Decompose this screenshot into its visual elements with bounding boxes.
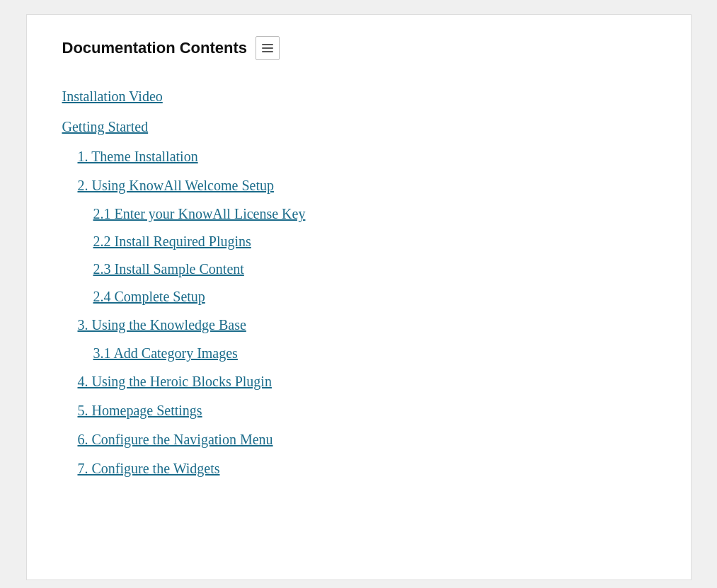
- doc-header: Documentation Contents: [62, 36, 655, 60]
- nav-link-8[interactable]: 3. Using the Knowledge Base: [62, 311, 655, 340]
- list-item: Installation Video: [62, 81, 655, 112]
- doc-container: Documentation Contents Installation Vide…: [26, 14, 692, 580]
- nav-list: Installation VideoGetting Started1. Them…: [62, 81, 655, 483]
- nav-link-13[interactable]: 7. Configure the Widgets: [62, 454, 655, 483]
- list-item: 1. Theme Installation: [62, 142, 655, 171]
- list-item: 6. Configure the Navigation Menu: [62, 425, 655, 454]
- nav-link-11[interactable]: 5. Homepage Settings: [62, 396, 655, 425]
- nav-link-5[interactable]: 2.2 Install Required Plugins: [62, 228, 655, 255]
- list-item: 2.1 Enter your KnowAll License Key: [62, 200, 655, 228]
- toc-icon-line1: [262, 44, 273, 45]
- nav-link-4[interactable]: 2.1 Enter your KnowAll License Key: [62, 200, 655, 228]
- list-item: 2.4 Complete Setup: [62, 283, 655, 311]
- list-item: 4. Using the Heroic Blocks Plugin: [62, 367, 655, 396]
- list-item: 3. Using the Knowledge Base: [62, 311, 655, 340]
- nav-link-7[interactable]: 2.4 Complete Setup: [62, 283, 655, 311]
- list-item: 2.3 Install Sample Content: [62, 255, 655, 283]
- nav-link-6[interactable]: 2.3 Install Sample Content: [62, 255, 655, 283]
- list-item: 3.1 Add Category Images: [62, 340, 655, 367]
- toc-button[interactable]: [256, 36, 280, 60]
- toc-icon-line2: [262, 47, 273, 49]
- nav-link-9[interactable]: 3.1 Add Category Images: [62, 340, 655, 367]
- toc-icon-line3: [262, 51, 273, 52]
- list-item: 5. Homepage Settings: [62, 396, 655, 425]
- nav-link-1[interactable]: Getting Started: [62, 112, 655, 142]
- list-item: 2.2 Install Required Plugins: [62, 228, 655, 255]
- list-item: 7. Configure the Widgets: [62, 454, 655, 483]
- nav-link-12[interactable]: 6. Configure the Navigation Menu: [62, 425, 655, 454]
- nav-link-0[interactable]: Installation Video: [62, 81, 655, 112]
- nav-link-3[interactable]: 2. Using KnowAll Welcome Setup: [62, 171, 655, 200]
- nav-link-10[interactable]: 4. Using the Heroic Blocks Plugin: [62, 367, 655, 396]
- list-item: Getting Started: [62, 112, 655, 142]
- doc-title: Documentation Contents: [62, 39, 248, 57]
- nav-link-2[interactable]: 1. Theme Installation: [62, 142, 655, 171]
- list-item: 2. Using KnowAll Welcome Setup: [62, 171, 655, 200]
